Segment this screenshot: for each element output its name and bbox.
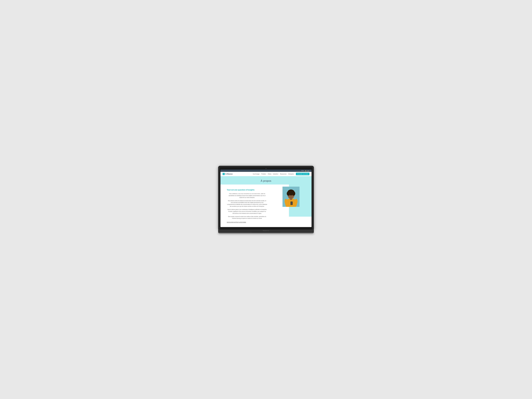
nav-ressources[interactable]: Ressources ▾ (280, 173, 287, 175)
demo-button[interactable]: Demander une démo (296, 173, 309, 175)
nav-produits[interactable]: Produits ▾ (261, 173, 266, 175)
page-title: À propos (223, 179, 309, 182)
nav-clients[interactable]: Clients (268, 173, 272, 175)
paragraph-4: Notre équipe comprend certains des meill… (227, 216, 267, 220)
paragraph-1: Chez Linkfluence, nous nous concentrons … (227, 193, 267, 199)
svg-rect-10 (291, 202, 292, 205)
nav-entreprise[interactable]: Entreprise ▾ (288, 173, 294, 175)
camera (266, 168, 266, 169)
navbar: lf linkfluence Cas d'usage ▾ Produ (221, 172, 311, 176)
nav-cas-usage[interactable]: Cas d'usage ▾ (253, 173, 260, 175)
chevron-down-icon: ▾ (260, 174, 260, 175)
macbook-lid: FR ▾ 🔒 Login lf linkfluence (218, 166, 314, 230)
chevron-down-icon: ▾ (286, 174, 287, 175)
logo-icon: lf (223, 173, 225, 175)
svg-point-7 (289, 195, 290, 196)
chevron-down-icon: ▾ (266, 174, 266, 175)
language-selector[interactable]: FR ▾ (301, 170, 304, 171)
macbook-foot (218, 232, 314, 233)
main-content: Tout est une question d'insights Chez Li… (221, 184, 311, 227)
lock-icon: 🔒 (305, 170, 306, 171)
content-right (271, 184, 311, 227)
discover-platform-link[interactable]: DÉCOUVRIR NOTRE PLATEFORME (227, 222, 246, 223)
nav-links: Cas d'usage ▾ Produits ▾ Clients (253, 173, 309, 175)
content-heading: Tout est une question d'insights (227, 189, 267, 191)
screen-bezel: FR ▾ 🔒 Login lf linkfluence (220, 167, 312, 230)
macbook-frame: FR ▾ 🔒 Login lf linkfluence (218, 166, 314, 233)
paragraph-3: Nous le faisons grâce à une combinaison … (227, 209, 267, 214)
person-image (283, 187, 299, 207)
paragraph-2: Nous faisons entrer les études de marché… (227, 200, 267, 207)
person-illustration (283, 187, 299, 207)
logo-text: linkfluence (225, 173, 233, 175)
hero-section: À propos (221, 176, 311, 184)
svg-point-8 (292, 195, 293, 196)
top-bar: FR ▾ 🔒 Login (221, 170, 311, 172)
nav-industries[interactable]: Industries ▾ (273, 173, 279, 175)
login-link[interactable]: 🔒 Login (305, 170, 309, 171)
content-left: Tout est une question d'insights Chez Li… (221, 184, 271, 227)
chevron-down-icon: ▾ (294, 174, 294, 175)
macbook-base (218, 230, 314, 232)
logo[interactable]: lf linkfluence (223, 173, 233, 175)
screen[interactable]: FR ▾ 🔒 Login lf linkfluence (221, 170, 311, 227)
chevron-down-icon: ▾ (278, 174, 279, 175)
website: FR ▾ 🔒 Login lf linkfluence (221, 170, 311, 227)
